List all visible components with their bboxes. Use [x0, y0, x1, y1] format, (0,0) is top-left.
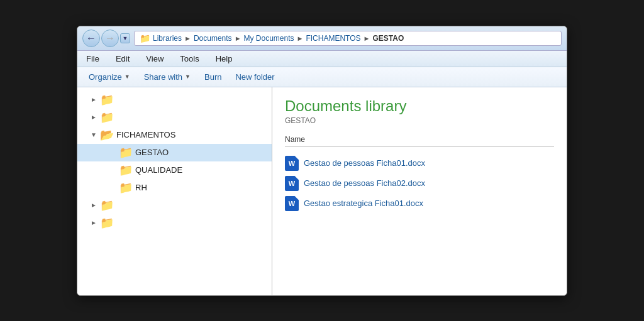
menu-help[interactable]: Help: [213, 53, 235, 65]
sep3: ►: [297, 35, 304, 42]
word-icon-3: W: [285, 196, 299, 211]
folder-icon-anon4: 📁: [100, 216, 114, 230]
file-name-1: Gestao de pessoas Ficha01.docx: [304, 158, 425, 168]
expander-anon3: ►: [90, 202, 97, 209]
folder-icon-rh: 📁: [119, 181, 133, 195]
tree-pane: ► 📁 ► 📁 ▼ 📂 FICHAMENTOS 📁 GESTAO: [77, 87, 272, 295]
tree-label-fichamentos: FICHAMENTOS: [116, 130, 175, 139]
tree-item-anon3[interactable]: ► 📁: [77, 197, 272, 214]
folder-icon: 📁: [140, 33, 150, 43]
address-bar: ← → ▼ 📁 Libraries ► Documents ► My Docum…: [77, 26, 567, 51]
right-pane: Documents library GESTAO Name W Gestao d…: [272, 87, 567, 295]
library-subtitle: GESTAO: [285, 116, 554, 125]
back-button[interactable]: ←: [82, 30, 100, 47]
toolbar: Organize ▼ Share with ▼ Burn New folder: [77, 67, 567, 87]
folder-icon-anon3: 📁: [100, 199, 114, 212]
menu-tools[interactable]: Tools: [177, 53, 201, 65]
tree-label-qualidade: QUALIDADE: [135, 165, 182, 175]
tree-item-qualidade[interactable]: 📁 QUALIDADE: [77, 161, 272, 179]
tree-item-anon1[interactable]: ► 📁: [77, 91, 272, 109]
menu-view[interactable]: View: [143, 53, 166, 65]
burn-label: Burn: [204, 72, 221, 82]
sep2: ►: [235, 35, 242, 42]
file-item-2[interactable]: W Gestao de pessoas Ficha02.docx: [285, 173, 554, 193]
expander-anon4: ►: [90, 219, 97, 226]
breadcrumb-fichamentos[interactable]: FICHAMENTOS: [306, 34, 360, 43]
folder-icon-anon1: 📁: [100, 93, 114, 107]
column-header-name: Name: [285, 135, 554, 147]
forward-button[interactable]: →: [101, 30, 119, 47]
breadcrumb-libraries[interactable]: Libraries: [153, 34, 182, 43]
file-name-3: Gestao estrategica Ficha01.docx: [304, 199, 423, 208]
folder-icon-gestao: 📁: [119, 146, 133, 160]
expander-anon2: ►: [90, 114, 97, 121]
history-dropdown[interactable]: ▼: [120, 33, 130, 43]
tree-item-fichamentos[interactable]: ▼ 📂 FICHAMENTOS: [77, 126, 272, 144]
share-with-arrow: ▼: [185, 73, 191, 80]
new-folder-label: New folder: [235, 72, 274, 82]
folder-icon-fichamentos: 📂: [100, 128, 114, 142]
tree-item-anon2[interactable]: ► 📁: [77, 109, 272, 126]
expander-anon1: ►: [90, 96, 97, 103]
expander-fichamentos: ▼: [90, 131, 97, 138]
breadcrumb-mydocuments[interactable]: My Documents: [244, 34, 294, 43]
folder-icon-anon2: 📁: [100, 111, 114, 124]
share-with-button[interactable]: Share with ▼: [139, 70, 196, 84]
main-content: ► 📁 ► 📁 ▼ 📂 FICHAMENTOS 📁 GESTAO: [77, 87, 567, 295]
organize-arrow: ▼: [125, 73, 130, 80]
file-item-1[interactable]: W Gestao de pessoas Ficha01.docx: [285, 153, 554, 173]
tree-item-rh[interactable]: 📁 RH: [77, 179, 272, 197]
folder-icon-qualidade: 📁: [119, 163, 133, 177]
share-with-label: Share with: [144, 72, 182, 82]
tree-item-gestao[interactable]: 📁 GESTAO: [77, 144, 272, 161]
tree-item-anon4[interactable]: ► 📁: [77, 214, 272, 232]
sep4: ►: [364, 35, 370, 42]
breadcrumb-bar[interactable]: 📁 Libraries ► Documents ► My Documents ►…: [134, 31, 562, 46]
menu-edit[interactable]: Edit: [113, 53, 132, 65]
nav-buttons: ← → ▼: [82, 30, 130, 47]
organize-label: Organize: [89, 72, 122, 82]
breadcrumb-documents[interactable]: Documents: [194, 34, 232, 43]
sep1: ►: [184, 35, 191, 42]
menu-file[interactable]: File: [84, 53, 102, 65]
menu-bar: File Edit View Tools Help: [77, 51, 567, 67]
tree-label-rh: RH: [135, 183, 147, 192]
explorer-window: ← → ▼ 📁 Libraries ► Documents ► My Docum…: [77, 26, 567, 296]
organize-button[interactable]: Organize ▼: [84, 70, 135, 84]
file-name-2: Gestao de pessoas Ficha02.docx: [304, 178, 425, 188]
tree-label-gestao: GESTAO: [135, 148, 169, 157]
word-icon-1: W: [285, 156, 299, 171]
new-folder-button[interactable]: New folder: [230, 70, 279, 84]
breadcrumb-gestao[interactable]: GESTAO: [372, 34, 404, 43]
file-item-3[interactable]: W Gestao estrategica Ficha01.docx: [285, 193, 554, 214]
library-title: Documents library: [285, 97, 554, 115]
word-icon-2: W: [285, 176, 299, 191]
burn-button[interactable]: Burn: [199, 70, 226, 84]
